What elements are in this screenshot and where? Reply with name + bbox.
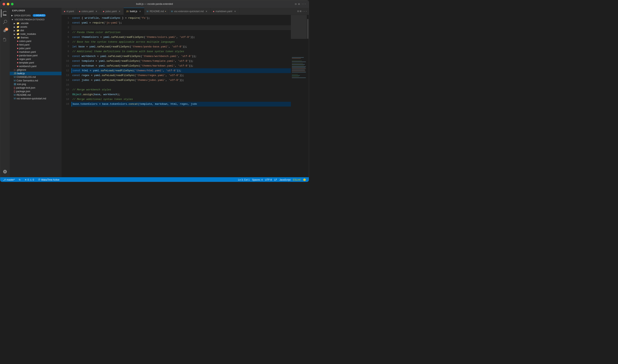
minimize-button[interactable]: [7, 3, 9, 5]
tab-colors-yaml[interactable]: ■ colors.yaml ×: [77, 8, 101, 15]
svg-rect-9: [292, 69, 306, 69]
sidebar-item-node-modules[interactable]: ▶ 📁 node_modules: [10, 32, 62, 36]
layout-icon[interactable]: ⊟: [295, 2, 296, 6]
status-emoji[interactable]: 🙂: [302, 178, 307, 181]
tab-close-jsdoc-yaml[interactable]: ×: [118, 10, 121, 13]
window-title: build.js — vscode-panda-extended: [136, 3, 173, 5]
code-line-2: const yaml = require('js-yaml');: [71, 21, 291, 25]
tab-label-markdown-yaml: markdown.yaml: [215, 10, 232, 13]
sidebar-item-package-json[interactable]: {} package.json: [10, 90, 62, 93]
tab-vsc-quickstart-md[interactable]: M vsc-extension-quickstart.md ×: [169, 8, 211, 15]
tab-close-vsc-quickstart[interactable]: ×: [205, 10, 208, 13]
line-num-12: 12: [62, 68, 69, 73]
status-spaces[interactable]: Spaces: 4: [251, 178, 264, 181]
sidebar-item-vscode[interactable]: ▶ 📁 .vscode: [10, 22, 62, 25]
code-line-13: const regex = yaml.safeLoad(readFileSync…: [71, 73, 291, 78]
sidebar-item-changelog-md[interactable]: M CHANGELOG.md: [10, 75, 62, 79]
sidebar-item-dist[interactable]: ▶ 📁 dist: [10, 29, 62, 32]
code-line-6: // Base has the syntax tokens applicable…: [71, 40, 291, 44]
status-language[interactable]: JavaScript: [278, 178, 292, 181]
line-num-15: 15: [62, 83, 69, 87]
tab-nl-yaml[interactable]: ■ nl.yaml: [62, 8, 77, 15]
sidebar-item-colors-yaml[interactable]: ■ colors.yaml: [10, 39, 62, 43]
tab-build-js[interactable]: JS build.js ×: [124, 8, 144, 15]
activity-item-search[interactable]: [1, 18, 9, 26]
encoding-label: UTF-8: [265, 178, 272, 181]
status-branch[interactable]: ⎇ master*: [2, 177, 16, 182]
code-content[interactable]: const { writeFile, readFileSync } = requ…: [71, 15, 291, 177]
svg-rect-5: [292, 64, 305, 65]
scrollbar-thumb[interactable]: [307, 19, 309, 39]
status-encoding[interactable]: UTF-8: [264, 178, 273, 181]
sidebar-item-regex-yaml[interactable]: ■ regex.yaml: [10, 57, 62, 61]
line-num-5: 5: [62, 35, 69, 40]
error-count: 0: [27, 178, 29, 181]
sidebar-item-html-yaml[interactable]: ■ html.yaml: [10, 43, 62, 47]
sidebar-item-color-semantics-md[interactable]: M Color Semantics.md: [10, 79, 62, 82]
sidebar-item-assets[interactable]: ▶ 📁 assets: [10, 25, 62, 29]
activity-item-remote[interactable]: [1, 168, 9, 176]
more-tab-icon[interactable]: ···: [302, 10, 307, 13]
svg-rect-1: [292, 58, 301, 59]
tab-markdown-yaml[interactable]: ■ markdown.yaml ×: [211, 8, 239, 15]
line-num-4: 4: [62, 30, 69, 35]
tab-close-markdown-yaml[interactable]: ×: [233, 10, 237, 13]
code-line-14: const jsdoc = yaml.safeLoad(readFileSync…: [71, 78, 291, 83]
svg-rect-11: [292, 71, 305, 71]
wakatime-icon: ⏱: [38, 178, 40, 181]
sidebar-item-gitignore[interactable]: ◇ .gitignore: [10, 68, 62, 72]
project-section[interactable]: ▼ VSCODE-PANDA-EXTENDED: [10, 17, 62, 22]
sidebar-item-build-js[interactable]: JS build.js: [10, 72, 62, 75]
tab-label-readme-md: README.md: [150, 10, 164, 13]
branch-icon: ⎇: [3, 178, 6, 181]
more-actions-icon[interactable]: ···: [301, 2, 306, 6]
error-icon: ✕: [25, 178, 27, 181]
code-line-12: const html = yaml.safeLoad(readFileSync(…: [71, 68, 291, 73]
tab-label-colors-yaml: colors.yaml: [81, 10, 94, 13]
sidebar-item-icon-png[interactable]: 🖼 icon.png: [10, 82, 62, 86]
extensions-icon: [3, 38, 7, 42]
code-line-8: // Additional theme definitions to combi…: [71, 49, 291, 54]
tab-icon-markdown-yaml: ■: [213, 10, 214, 13]
svg-rect-13: [292, 74, 298, 75]
split-editor-tab-icon[interactable]: ⊟: [297, 10, 299, 13]
sidebar-item-package-lock-json[interactable]: {} package-lock.json: [10, 86, 62, 90]
fullscreen-button[interactable]: [11, 3, 13, 5]
status-eol[interactable]: LF: [273, 178, 278, 181]
layout-tab-icon[interactable]: ⊞: [300, 10, 301, 13]
open-editors-section[interactable]: ▶ OPEN EDITORS 1 UNSAVED: [10, 13, 62, 17]
tab-jsdoc-yaml[interactable]: ■ jsdoc.yaml ×: [101, 8, 124, 15]
activity-item-extensions[interactable]: [1, 36, 9, 44]
activity-item-explorer[interactable]: [1, 9, 9, 17]
vertical-scrollbar[interactable]: [307, 15, 309, 177]
line-num-6: 6: [62, 40, 69, 44]
wakatime-label: WakaTime Active: [41, 178, 60, 181]
status-position[interactable]: Ln 3, Col 1: [237, 178, 251, 181]
status-sync[interactable]: ↻: [17, 177, 22, 182]
status-eslint[interactable]: ESLint!: [292, 178, 302, 181]
tab-close-colors-yaml[interactable]: ×: [95, 10, 98, 13]
split-editor-icon[interactable]: ⊞: [298, 2, 300, 6]
tab-label-vsc-quickstart: vsc-extension-quickstart.md: [174, 10, 204, 13]
tab-close-build-js[interactable]: ×: [139, 10, 142, 13]
sidebar-item-readme-md[interactable]: M README.md: [10, 93, 62, 97]
sidebar-item-themes[interactable]: ▼ 📁 themes: [10, 36, 62, 39]
sidebar-item-workbench-yaml[interactable]: ■ workbench.yaml: [10, 65, 62, 68]
status-wakatime[interactable]: ⏱ WakaTime Active: [37, 177, 61, 182]
line-num-10: 10: [62, 59, 69, 64]
code-line-1: const { writeFile, readFileSync } = requ…: [71, 16, 291, 21]
branch-label: master*: [7, 178, 15, 181]
activity-item-source-control[interactable]: 10: [1, 27, 9, 35]
sidebar-item-template-yaml[interactable]: ■ template.yaml: [10, 61, 62, 65]
svg-rect-10: [292, 70, 305, 70]
close-button[interactable]: [3, 3, 5, 5]
status-errors[interactable]: ✕ 0 ⚠ 0: [24, 177, 35, 182]
sidebar-item-panda-base-yaml[interactable]: ■ panda-base.yaml: [10, 54, 62, 57]
tab-icon-readme-md: M: [147, 10, 149, 13]
tab-readme-md[interactable]: M README.md ●: [144, 8, 169, 15]
sidebar-item-markdown-yaml[interactable]: ■ markdown.yaml: [10, 50, 62, 54]
sidebar-item-vsc-quickstart-md[interactable]: M vsc-extension-quickstart.md: [10, 97, 62, 100]
svg-rect-14: [292, 76, 300, 76]
line-numbers: 1 2 3 4 5 6 7 8 9 10 11 12 13 14 15 16 1…: [62, 15, 71, 177]
sidebar-item-jsdoc-yaml[interactable]: ■ jsdoc.yaml: [10, 47, 62, 50]
